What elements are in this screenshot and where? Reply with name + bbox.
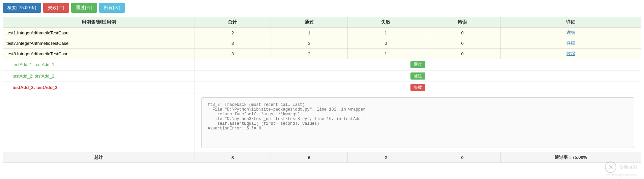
watermark-logo-icon: ✕ — [605, 161, 616, 166]
detail-link[interactable]: 详细 — [566, 40, 575, 46]
test-row: testAdd_3: testAdd_3 失败 — [3, 82, 641, 93]
suite-fail: 0 — [347, 38, 424, 49]
footer-error: 0 — [424, 152, 501, 163]
test-name: testAdd_1: testAdd_1 — [12, 62, 54, 67]
suite-name: test7.IntegerArithmeticTestCase — [3, 38, 194, 49]
header-pass: 通过 — [271, 17, 347, 28]
test-row: testAdd_2: testAdd_2 通过 — [3, 70, 641, 82]
results-table: 用例集/测试用例 总计 通过 失败 错误 详细 test1.IntegerAri… — [3, 17, 641, 163]
suite-total: 3 — [194, 38, 271, 49]
suite-pass: 2 — [271, 49, 347, 59]
suite-pass: 3 — [271, 38, 347, 49]
header-fail: 失败 — [347, 17, 424, 28]
traceback-row: ft3_3: Traceback (most recent call last)… — [3, 93, 641, 152]
collapse-link[interactable]: 收起 — [566, 51, 575, 56]
suite-fail: 1 — [347, 28, 424, 38]
status-badge: 通过 — [410, 61, 425, 68]
suite-error: 0 — [424, 28, 501, 38]
footer-fail: 2 — [347, 152, 424, 163]
traceback-box: ft3_3: Traceback (most recent call last)… — [201, 97, 634, 148]
watermark-text: 创新互联 — [619, 164, 638, 166]
header-detail: 详细 — [501, 17, 641, 28]
test-name: testAdd_3: testAdd_3 — [12, 85, 58, 90]
suite-total: 2 — [194, 28, 271, 38]
all-button[interactable]: 所有{ 8 } — [99, 3, 125, 13]
passed-button[interactable]: 通过{ 6 } — [71, 3, 97, 13]
suite-error: 0 — [424, 38, 501, 49]
table-header-row: 用例集/测试用例 总计 通过 失败 错误 详细 — [3, 17, 641, 28]
header-name: 用例集/测试用例 — [3, 17, 194, 28]
status-badge: 失败 — [410, 84, 425, 91]
detail-link[interactable]: 详细 — [566, 30, 575, 35]
summary-button[interactable]: 概要{ 75.00% } — [3, 3, 41, 13]
suite-error: 0 — [424, 49, 501, 59]
suite-name: test8.IntegerArithmeticTestCase — [3, 49, 194, 59]
status-badge: 通过 — [410, 72, 425, 80]
suite-name: test1.IntegerArithmeticTestCase — [3, 28, 194, 38]
suite-total: 3 — [194, 49, 271, 59]
footer-pass: 6 — [271, 152, 347, 163]
footer-total: 8 — [194, 152, 271, 163]
test-name: testAdd_2: testAdd_2 — [12, 73, 54, 79]
footer-row: 总计 8 6 2 0 通过率：75.00% — [3, 152, 641, 163]
footer-rate: 通过率：75.00% — [501, 152, 641, 163]
failed-button[interactable]: 失败{ 2 } — [43, 3, 69, 13]
suite-row: test7.IntegerArithmeticTestCase 3 3 0 0 … — [3, 38, 641, 49]
footer-label: 总计 — [3, 152, 194, 163]
header-total: 总计 — [194, 17, 271, 28]
suite-row: test1.IntegerArithmeticTestCase 2 1 1 0 … — [3, 28, 641, 38]
header-error: 错误 — [424, 17, 501, 28]
suite-row: test8.IntegerArithmeticTestCase 3 2 1 0 … — [3, 49, 641, 59]
suite-pass: 1 — [271, 28, 347, 38]
filter-button-bar: 概要{ 75.00% } 失败{ 2 } 通过{ 6 } 所有{ 8 } — [3, 3, 641, 13]
watermark: ✕ 创新互联 — [605, 161, 638, 166]
suite-fail: 1 — [347, 49, 424, 59]
test-row: testAdd_1: testAdd_1 通过 — [3, 59, 641, 70]
